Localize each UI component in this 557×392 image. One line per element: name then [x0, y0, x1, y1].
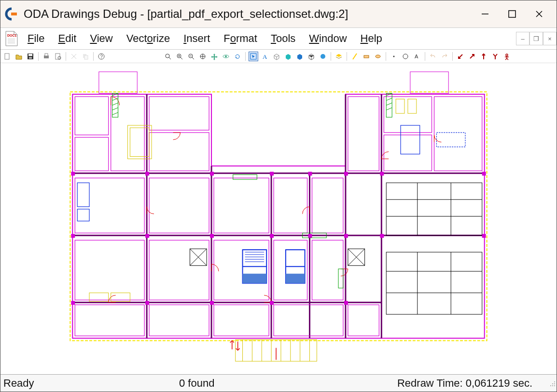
- light2-icon[interactable]: [362, 52, 371, 61]
- zoom-window-icon[interactable]: [198, 52, 208, 61]
- menu-vectorize[interactable]: Vectorize: [126, 32, 170, 45]
- svg-line-28: [181, 57, 182, 59]
- svg-line-128: [112, 112, 118, 115]
- box-icon[interactable]: [272, 52, 281, 61]
- shaded-blue-icon[interactable]: [295, 52, 305, 61]
- zoom-out-icon[interactable]: [186, 52, 196, 61]
- svg-rect-90: [214, 305, 269, 336]
- minimize-button[interactable]: [472, 4, 499, 24]
- menu-insert[interactable]: Insert: [183, 32, 210, 45]
- svg-line-46: [459, 54, 462, 58]
- undo-icon[interactable]: [428, 52, 438, 61]
- svg-rect-98: [386, 252, 482, 314]
- mdi-minimize-button[interactable]: –: [516, 32, 529, 45]
- svg-point-184: [554, 383, 555, 384]
- svg-rect-88: [75, 305, 144, 336]
- status-found: 0 found: [165, 377, 319, 390]
- pan-icon[interactable]: [209, 52, 219, 61]
- arrow-sw-icon[interactable]: [456, 52, 465, 61]
- svg-line-31: [192, 57, 194, 59]
- menu-view[interactable]: View: [90, 32, 112, 45]
- print-icon[interactable]: [42, 52, 51, 61]
- menu-format[interactable]: Format: [223, 32, 257, 45]
- layers-icon[interactable]: [334, 52, 344, 61]
- svg-rect-137: [127, 125, 152, 159]
- fork-icon[interactable]: [490, 52, 500, 61]
- menu-file[interactable]: File: [28, 32, 44, 45]
- print-preview-icon[interactable]: [53, 52, 63, 61]
- svg-rect-78: [214, 178, 269, 233]
- svg-rect-158: [145, 234, 149, 238]
- svg-rect-111: [401, 125, 420, 154]
- open-icon[interactable]: [14, 52, 24, 61]
- svg-point-52: [506, 54, 508, 56]
- svg-rect-12: [29, 57, 32, 59]
- svg-rect-156: [344, 172, 348, 176]
- drawing-canvas[interactable]: [0, 63, 557, 374]
- svg-rect-163: [380, 234, 384, 238]
- svg-point-36: [225, 55, 227, 57]
- svg-rect-81: [274, 240, 307, 300]
- mdi-close-button[interactable]: ×: [543, 32, 557, 45]
- mdi-restore-button[interactable]: ❐: [529, 32, 543, 45]
- maximize-button[interactable]: [499, 4, 526, 24]
- point-icon[interactable]: [389, 52, 399, 61]
- menu-tools[interactable]: Tools: [271, 32, 295, 45]
- zoom-extents-icon[interactable]: [163, 52, 173, 61]
- menu-window[interactable]: Window: [309, 32, 347, 45]
- svg-rect-107: [243, 274, 267, 284]
- regen-icon[interactable]: [233, 52, 242, 61]
- mdi-controls: – ❐ ×: [516, 32, 557, 45]
- cut-icon[interactable]: [69, 52, 79, 61]
- redo-icon[interactable]: [440, 52, 449, 61]
- svg-rect-92: [348, 305, 379, 336]
- svg-line-47: [470, 54, 474, 58]
- select-icon[interactable]: [249, 52, 258, 61]
- svg-rect-58: [99, 72, 137, 94]
- svg-rect-140: [408, 99, 417, 113]
- app-logo-icon: [4, 7, 19, 21]
- svg-rect-154: [270, 172, 274, 176]
- arrow-n-icon[interactable]: [479, 52, 488, 61]
- wireframe-icon[interactable]: [306, 52, 316, 61]
- svg-rect-70: [75, 137, 108, 171]
- menu-help[interactable]: Help: [361, 32, 382, 45]
- svg-text:A: A: [263, 53, 267, 60]
- svg-line-40: [353, 54, 357, 59]
- menu-edit[interactable]: Edit: [58, 32, 76, 45]
- person-icon[interactable]: [502, 52, 512, 61]
- svg-rect-11: [28, 54, 32, 56]
- orbit-icon[interactable]: [221, 52, 231, 61]
- copy-icon[interactable]: [81, 52, 90, 61]
- svg-rect-167: [344, 301, 348, 305]
- svg-rect-86: [384, 135, 432, 171]
- svg-point-43: [393, 55, 395, 57]
- light3-icon[interactable]: [373, 52, 383, 61]
- text-a-icon[interactable]: A: [412, 52, 422, 61]
- arrow-ne-icon[interactable]: [467, 52, 477, 61]
- svg-rect-169: [71, 234, 75, 238]
- save-icon[interactable]: [26, 52, 35, 61]
- svg-rect-0: [11, 13, 17, 15]
- zoom-in-icon[interactable]: [175, 52, 184, 61]
- svg-text:DOC1: DOC1: [7, 34, 17, 37]
- resize-grip-icon[interactable]: [547, 379, 557, 388]
- text-icon[interactable]: A: [260, 52, 270, 61]
- render-icon[interactable]: [318, 52, 328, 61]
- document-icon: DOC1: [3, 30, 20, 47]
- light1-icon[interactable]: [350, 52, 360, 61]
- svg-point-44: [403, 54, 408, 59]
- about-icon[interactable]: ?: [97, 52, 106, 61]
- svg-rect-159: [210, 234, 214, 238]
- circle-icon[interactable]: [401, 52, 410, 61]
- svg-rect-165: [210, 301, 214, 305]
- svg-rect-79: [214, 240, 269, 300]
- svg-rect-171: [482, 172, 486, 176]
- svg-text:?: ?: [100, 54, 103, 59]
- svg-rect-91: [274, 305, 343, 336]
- new-icon[interactable]: [2, 52, 12, 61]
- close-button[interactable]: [526, 4, 553, 24]
- svg-rect-131: [338, 269, 343, 288]
- svg-rect-80: [274, 178, 307, 233]
- shaded-cyan-icon[interactable]: [283, 52, 293, 61]
